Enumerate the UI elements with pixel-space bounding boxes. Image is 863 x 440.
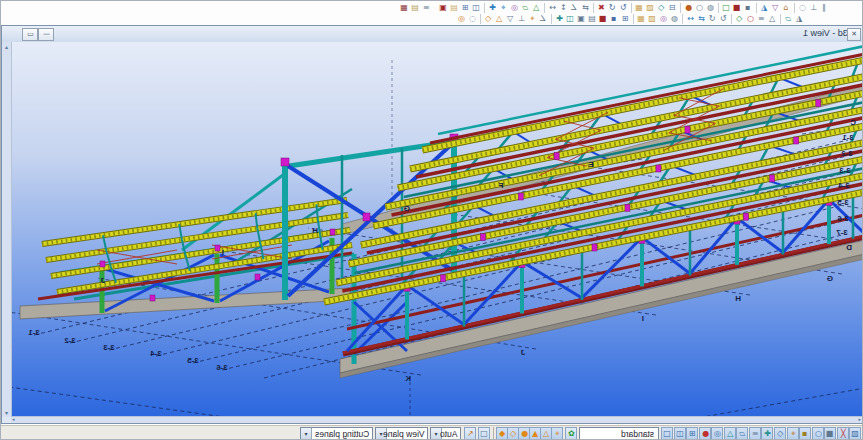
tool-component-catalog-icon[interactable]: ◫ bbox=[565, 13, 575, 24]
select-single-bolts-switch[interactable]: ▪ bbox=[799, 427, 811, 440]
tool-measure-y-icon[interactable]: ↕ bbox=[558, 2, 568, 13]
select-objects-switch[interactable]: ■ bbox=[824, 427, 836, 440]
scroll-down-icon[interactable]: ▾ bbox=[2, 409, 11, 416]
select-views-switch[interactable]: ◇ bbox=[774, 427, 786, 440]
select-points-switch[interactable]: ● bbox=[699, 427, 711, 440]
tool-properties-icon[interactable]: ▣ bbox=[576, 13, 586, 24]
tool-close-view-icon[interactable]: ⊟ bbox=[667, 2, 677, 13]
select-all-switch[interactable]: □ bbox=[661, 427, 673, 440]
tool-filter-icon[interactable]: ▱ bbox=[783, 13, 793, 24]
tool-measure-angle-icon[interactable]: ∠ bbox=[569, 2, 579, 13]
tool-copy-linear-icon[interactable]: ⇄ bbox=[696, 13, 706, 24]
tool-rotate-icon[interactable]: ↺ bbox=[707, 13, 717, 24]
tool-options-icon[interactable]: ≡ bbox=[421, 2, 431, 13]
snap-override-plane[interactable]: □ bbox=[478, 427, 490, 440]
select-grids-switch[interactable]: ◎ bbox=[711, 427, 723, 440]
tool-snap-icon[interactable]: ⌖ bbox=[498, 2, 508, 13]
tool-list-icon[interactable]: ▤ bbox=[587, 13, 597, 24]
tool-perpendicular-icon[interactable]: ⊥ bbox=[808, 2, 818, 13]
snap-intersection-icon[interactable]: △ bbox=[494, 13, 504, 24]
minimize-button[interactable]: ▭ bbox=[22, 28, 38, 41]
selection-filter-combo[interactable]: standard bbox=[579, 427, 659, 440]
tool-render-mode-icon[interactable]: ● bbox=[683, 2, 693, 13]
tool-drawing-list-icon[interactable]: △ bbox=[767, 13, 777, 24]
tool-view-filter-icon[interactable]: ◭ bbox=[794, 13, 804, 24]
tool-connection-icon[interactable]: ▧ bbox=[647, 13, 657, 24]
tool-check-model-icon[interactable]: ◇ bbox=[734, 13, 744, 24]
tool-parallel-icon[interactable]: ∥ bbox=[819, 2, 829, 13]
select-grid-lines-switch[interactable]: △ bbox=[724, 427, 736, 440]
tool-measure-x-icon[interactable]: ↔ bbox=[547, 2, 557, 13]
tool-bolt-icon[interactable]: ▪ bbox=[609, 13, 619, 24]
tool-move-icon[interactable]: ↔ bbox=[685, 13, 695, 24]
tool-open-icon[interactable]: ▤ bbox=[449, 2, 459, 13]
snap-nearest-toggle[interactable]: ⌖ bbox=[551, 427, 563, 440]
tool-copy-rotate-icon[interactable]: ↻ bbox=[718, 13, 728, 24]
snap-center-icon[interactable]: ◎ bbox=[456, 13, 466, 24]
scroll-left-icon[interactable]: ◂ bbox=[12, 416, 15, 422]
tool-joint-icon[interactable]: ◍ bbox=[669, 13, 679, 24]
tool-truss-icon[interactable]: △ bbox=[531, 2, 541, 13]
tool-component-add-icon[interactable]: ✚ bbox=[554, 13, 564, 24]
tool-swap-icon[interactable]: ⇄ bbox=[580, 2, 590, 13]
tool-new-view-icon[interactable]: ⊞ bbox=[460, 2, 470, 13]
auto-snap-dropdown[interactable]: ▾ Auto bbox=[430, 427, 461, 440]
snap-point-icon[interactable]: ⌖ bbox=[527, 13, 537, 24]
snap-angle-icon[interactable]: ∠ bbox=[538, 13, 548, 24]
tool-info-icon[interactable]: ▪ bbox=[743, 2, 753, 13]
snap-line-icon[interactable]: ⊥ bbox=[516, 13, 526, 24]
tool-redo-icon[interactable]: ↻ bbox=[618, 2, 628, 13]
chevron-down-icon[interactable]: ▾ bbox=[301, 428, 312, 439]
tool-open-model-icon[interactable]: ▤ bbox=[410, 2, 420, 13]
tool-model-list-icon[interactable]: ▦ bbox=[399, 2, 409, 13]
tool-clone-icon[interactable]: ◭ bbox=[759, 2, 769, 13]
tool-report-icon[interactable]: ■ bbox=[732, 2, 742, 13]
selection-filter-icon[interactable]: ✿ bbox=[565, 427, 577, 440]
select-assemblies-switch[interactable]: ▧ bbox=[849, 427, 861, 440]
tool-delete-icon[interactable]: ✖ bbox=[596, 2, 606, 13]
view-plane-dropdown[interactable]: ▾ View plane bbox=[375, 427, 428, 440]
select-surfaces-switch[interactable]: ⊞ bbox=[686, 427, 698, 440]
tool-create-point-icon[interactable]: ✚ bbox=[487, 2, 497, 13]
tool-shaded-icon[interactable]: ◍ bbox=[705, 2, 715, 13]
select-cuts-switch[interactable]: ✚ bbox=[761, 427, 773, 440]
tool-detail-icon[interactable]: ◎ bbox=[658, 13, 668, 24]
tool-save-icon[interactable]: ▣ bbox=[438, 2, 448, 13]
tool-grid-edit-icon[interactable]: ▧ bbox=[645, 2, 655, 13]
tool-auto-connection-icon[interactable]: ▦ bbox=[636, 13, 646, 24]
snap-override-cursor[interactable]: ↖ bbox=[464, 427, 476, 440]
scroll-right-icon[interactable]: ▸ bbox=[858, 416, 861, 422]
tool-undo-icon[interactable]: ↺ bbox=[607, 2, 617, 13]
snap-midpoint-icon[interactable]: ◇ bbox=[483, 13, 493, 24]
select-parts-switch[interactable]: ◫ bbox=[674, 427, 686, 440]
horizontal-scrollbar[interactable]: ◂ ▸ bbox=[11, 416, 863, 423]
select-bolts-switch[interactable]: ⌖ bbox=[787, 427, 799, 440]
tool-home-view-icon[interactable]: ⌂ bbox=[781, 2, 791, 13]
snap-perpendicular-icon[interactable]: ▽ bbox=[505, 13, 515, 24]
tool-node-icon[interactable]: ◇ bbox=[656, 2, 666, 13]
tool-mirror-icon[interactable]: ▽ bbox=[770, 2, 780, 13]
select-components-switch[interactable]: ○ bbox=[812, 427, 824, 440]
tool-part-icon[interactable]: ⊞ bbox=[620, 13, 630, 24]
tool-phase-icon[interactable]: □ bbox=[721, 2, 731, 13]
tool-numbering-icon[interactable]: ≡ bbox=[756, 13, 766, 24]
tool-split-view-icon[interactable]: ◫ bbox=[471, 2, 481, 13]
tool-weld-icon[interactable]: ■ bbox=[598, 13, 608, 24]
vertical-scrollbar[interactable]: ▴ ▾ bbox=[2, 42, 12, 417]
tool-clash-check-icon[interactable]: ○ bbox=[745, 13, 755, 24]
select-reinforcement-switch[interactable]: ╳ bbox=[837, 427, 849, 440]
scroll-up-icon[interactable]: ▴ bbox=[2, 43, 11, 50]
select-welds-switch[interactable]: ≡ bbox=[749, 427, 761, 440]
cutting-planes-dropdown[interactable]: ▾ Cutting planes bbox=[300, 427, 373, 440]
maximize-button[interactable]: — bbox=[38, 28, 54, 41]
tool-plate-icon[interactable]: ▱ bbox=[520, 2, 530, 13]
snap-free-icon[interactable]: ◌ bbox=[467, 13, 477, 24]
tool-grid-icon[interactable]: ▦ bbox=[634, 2, 644, 13]
close-icon[interactable]: ✕ bbox=[847, 28, 861, 41]
tool-select-scope-icon[interactable]: ◌ bbox=[797, 2, 807, 13]
select-planes-switch[interactable]: ▱ bbox=[736, 427, 748, 440]
view-title-bar[interactable]: ▭ — 3d - View 1 ✕ bbox=[2, 26, 863, 43]
model-canvas[interactable]: 3-13-23-33-43-53-6GHIJKEFGHIJC3-13-23-33… bbox=[11, 42, 863, 417]
tool-circle-icon[interactable]: ◎ bbox=[509, 2, 519, 13]
tool-wireframe-icon[interactable]: ○ bbox=[694, 2, 704, 13]
